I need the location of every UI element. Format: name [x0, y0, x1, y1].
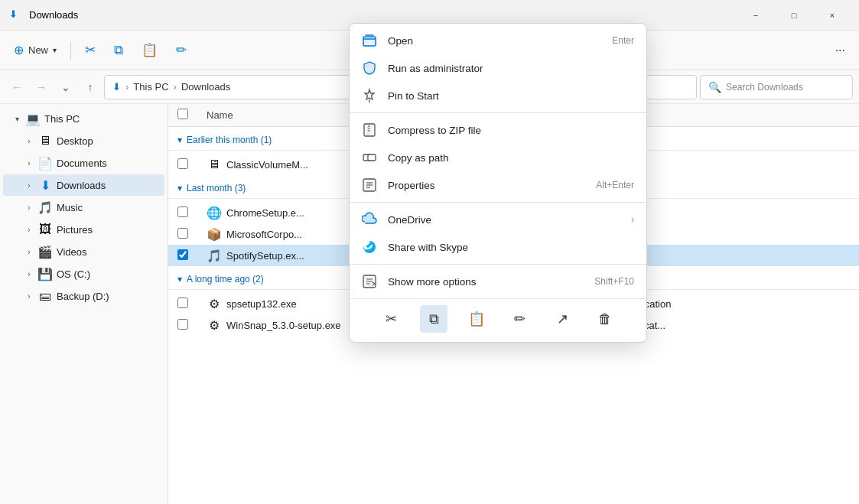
ctx-more-options-label: Show more options	[388, 276, 584, 288]
file-icon-3: 📦	[207, 226, 222, 242]
maximize-button[interactable]: □	[776, 3, 812, 28]
sidebar-label-pictures: Pictures	[57, 224, 93, 236]
backup-d-icon: 🖴	[38, 289, 52, 303]
path-this-pc[interactable]: This PC	[133, 81, 168, 93]
ctx-cut-button[interactable]: ✂	[377, 305, 405, 333]
file-checkbox-cell-2	[168, 202, 197, 223]
sidebar-item-this-pc[interactable]: ▾ 💻 This PC	[3, 108, 164, 129]
file-icon-2: 🌐	[207, 205, 222, 220]
file-checkbox-5[interactable]	[177, 298, 188, 308]
sidebar-item-music[interactable]: › 🎵 Music	[3, 197, 164, 218]
ctx-delete-icon: 🗑	[598, 311, 612, 327]
ctx-paste-button[interactable]: 📋	[463, 305, 490, 333]
sidebar-item-documents[interactable]: › 📄 Documents	[3, 152, 164, 174]
up-button[interactable]: ↑	[80, 76, 101, 98]
ctx-onedrive-label: OneDrive	[388, 214, 620, 226]
cut-icon: ✂	[85, 42, 96, 58]
group-collapse-icon-3[interactable]: ▾	[177, 274, 182, 285]
open-icon	[362, 33, 377, 48]
ctx-skype[interactable]: Share with Skype	[350, 233, 646, 261]
ctx-delete-button[interactable]: 🗑	[591, 305, 619, 333]
sidebar-item-os-c[interactable]: › 💾 OS (C:)	[3, 263, 164, 285]
file-checkbox-1[interactable]	[177, 158, 188, 169]
ctx-skype-label: Share with Skype	[388, 242, 634, 253]
ctx-properties[interactable]: Properties Alt+Enter	[350, 171, 646, 199]
window-icon: ⬇	[9, 8, 23, 22]
chevron-down-icon: ›	[24, 181, 34, 190]
sidebar-label-os-c: OS (C:)	[57, 268, 90, 280]
ctx-copy-path[interactable]: Copy as path	[350, 144, 646, 171]
select-all-checkbox[interactable]	[177, 109, 188, 119]
ctx-pin-start[interactable]: Pin to Start	[350, 82, 646, 109]
chevron-down-icon: ▾	[12, 115, 21, 123]
group-collapse-icon-2[interactable]: ▾	[177, 183, 182, 193]
sidebar-label-videos: Videos	[57, 246, 87, 258]
back-button[interactable]: ←	[6, 76, 28, 98]
ctx-rename-button[interactable]: ✏	[506, 305, 533, 333]
ctx-copy-path-label: Copy as path	[388, 152, 634, 164]
ctx-onedrive[interactable]: OneDrive ›	[350, 206, 646, 233]
ctx-more-options[interactable]: Show more options Shift+F10	[350, 268, 646, 295]
chevron-right-icon: ›	[24, 248, 34, 256]
ctx-compress[interactable]: Compress to ZIP file	[350, 116, 646, 144]
paste-button[interactable]: 📋	[134, 37, 165, 64]
group-label-earlier: Earlier this month (1)	[187, 135, 272, 145]
file-checkbox-3[interactable]	[177, 228, 188, 239]
ctx-onedrive-arrow: ›	[631, 214, 634, 225]
file-checkbox-2[interactable]	[177, 206, 188, 217]
ctx-copy-icon: ⧉	[429, 311, 439, 327]
ctx-sep-2	[350, 202, 646, 203]
new-plus-icon: ⊕	[14, 43, 24, 57]
chevron-right-icon: ›	[24, 226, 34, 234]
close-button[interactable]: ×	[815, 3, 850, 28]
file-name-6: WinSnap_5.3.0-setup.exe	[226, 320, 341, 331]
zip-icon	[362, 122, 377, 138]
sidebar-item-desktop[interactable]: › 🖥 Desktop	[3, 130, 164, 151]
ctx-open[interactable]: Open Enter	[350, 27, 646, 54]
group-collapse-icon[interactable]: ▾	[177, 135, 182, 145]
more-options-button[interactable]: ···	[828, 37, 853, 64]
file-checkbox-cell-6	[168, 314, 197, 336]
sidebar-item-downloads[interactable]: › ⬇ Downloads	[3, 174, 164, 196]
ctx-run-admin[interactable]: Run as administrator	[350, 54, 646, 82]
file-checkbox-4[interactable]	[177, 249, 188, 260]
sidebar-item-pictures[interactable]: › 🖼 Pictures	[3, 219, 164, 240]
ctx-sep-1	[350, 112, 646, 113]
ctx-compress-label: Compress to ZIP file	[388, 125, 634, 136]
recent-button[interactable]: ⌄	[55, 76, 76, 98]
ctx-copy-button[interactable]: ⧉	[420, 305, 447, 333]
context-menu: Open Enter Run as administrator Pin to S…	[349, 23, 647, 343]
forward-button[interactable]: →	[31, 76, 52, 98]
chevron-right-icon: ›	[24, 159, 34, 167]
search-box[interactable]: 🔍 Search Downloads	[700, 75, 853, 99]
path-download-icon: ⬇	[112, 81, 121, 93]
copy-button[interactable]: ⧉	[106, 37, 131, 64]
new-button[interactable]: ⊕ New ▾	[6, 37, 64, 64]
ctx-pin-start-label: Pin to Start	[388, 90, 634, 102]
cut-button[interactable]: ✂	[77, 37, 103, 64]
group-label-long-ago: A long time ago (2)	[187, 274, 264, 285]
path-downloads[interactable]: Downloads	[181, 81, 230, 93]
file-name-5: spsetup132.exe	[226, 298, 297, 310]
pictures-icon: 🖼	[38, 223, 52, 236]
window-title: Downloads	[29, 9, 738, 21]
sidebar-label-desktop: Desktop	[57, 135, 93, 147]
rename-icon: ✏	[176, 42, 187, 58]
rename-button[interactable]: ✏	[168, 37, 194, 64]
sidebar-label-music: Music	[57, 202, 83, 213]
os-c-icon: 💾	[38, 267, 52, 281]
file-checkbox-6[interactable]	[177, 319, 188, 330]
sidebar-item-videos[interactable]: › 🎬 Videos	[3, 241, 164, 262]
new-label: New	[28, 44, 48, 56]
path-separator-2: ›	[174, 81, 177, 93]
file-icon-4: 🎵	[207, 248, 222, 263]
sidebar-item-backup-d[interactable]: › 🖴 Backup (D:)	[3, 285, 164, 307]
sidebar-label-downloads: Downloads	[57, 180, 106, 191]
path-separator-1: ›	[125, 81, 129, 93]
toolbar-sep-1	[70, 41, 71, 60]
prop-icon	[362, 177, 377, 193]
minimize-button[interactable]: −	[738, 3, 773, 28]
chevron-right-icon: ›	[24, 292, 34, 301]
shield-icon	[362, 60, 377, 76]
ctx-share-button[interactable]: ↗	[548, 305, 576, 333]
